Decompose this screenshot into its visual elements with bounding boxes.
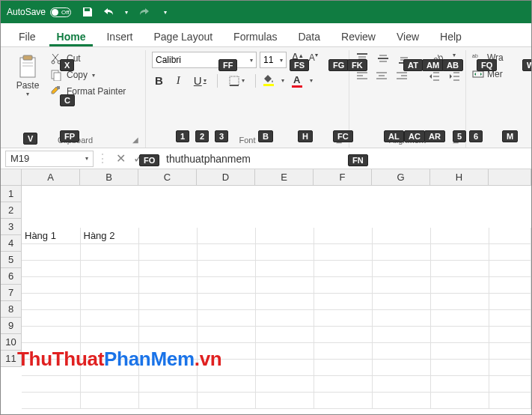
cell[interactable]	[314, 376, 372, 393]
cell[interactable]	[372, 376, 430, 393]
row-header[interactable]: 8	[1, 301, 22, 318]
cell[interactable]	[314, 228, 372, 244]
borders-button[interactable]: ▾	[225, 73, 248, 88]
cell[interactable]	[255, 294, 314, 310]
font-name-select[interactable]: Calibri▾	[152, 52, 257, 68]
cell[interactable]: Hàng 2	[80, 228, 138, 244]
cell[interactable]	[197, 244, 255, 261]
cell[interactable]	[255, 228, 314, 244]
cell[interactable]	[197, 310, 255, 327]
tab-insert[interactable]: Insert	[99, 26, 140, 46]
cell[interactable]	[255, 393, 314, 409]
cell[interactable]	[22, 277, 80, 294]
row-header[interactable]: 10	[1, 334, 22, 351]
cell[interactable]	[255, 310, 314, 327]
tab-formulas[interactable]: Formulas	[226, 26, 284, 46]
cell[interactable]	[255, 376, 314, 393]
cell[interactable]	[22, 327, 80, 343]
merge-center-button[interactable]: Mer	[472, 68, 505, 80]
cell[interactable]	[22, 376, 80, 393]
cell[interactable]	[138, 277, 197, 294]
cell[interactable]	[138, 310, 197, 327]
fx-icon[interactable]: fx	[150, 152, 157, 166]
font-launcher-icon[interactable]: ◢	[334, 136, 344, 146]
alignment-launcher-icon[interactable]: ◢	[450, 136, 461, 146]
italic-button[interactable]: I	[174, 73, 183, 88]
font-color-dropdown[interactable]: ▾	[310, 77, 313, 84]
cell[interactable]	[80, 244, 138, 261]
column-header[interactable]: H	[430, 169, 489, 186]
save-icon[interactable]	[82, 6, 94, 18]
cell[interactable]	[489, 393, 531, 409]
wrap-text-button[interactable]: ab Wra	[472, 52, 505, 64]
cell[interactable]	[255, 327, 314, 343]
cell[interactable]	[489, 327, 531, 343]
tab-home[interactable]: Home	[49, 26, 94, 46]
cell[interactable]	[314, 310, 372, 327]
tab-help[interactable]: Help	[432, 26, 469, 46]
decrease-font-button[interactable]: A▾	[308, 52, 319, 68]
cell[interactable]	[197, 261, 255, 277]
font-size-select[interactable]: 11▾	[260, 52, 287, 68]
cell[interactable]	[430, 228, 489, 244]
cell[interactable]	[138, 244, 197, 261]
cell[interactable]	[314, 294, 372, 310]
cell[interactable]	[80, 327, 138, 343]
cell[interactable]	[372, 393, 430, 409]
cell[interactable]	[430, 393, 489, 409]
cell[interactable]	[314, 261, 372, 277]
cell[interactable]	[138, 393, 197, 409]
cell[interactable]	[80, 343, 138, 360]
undo-icon[interactable]	[103, 6, 116, 18]
cell[interactable]	[372, 310, 430, 327]
cell[interactable]	[138, 343, 197, 360]
select-all-corner[interactable]	[1, 169, 22, 186]
cell[interactable]	[372, 343, 430, 360]
cell[interactable]	[22, 244, 80, 261]
cell[interactable]	[430, 360, 489, 376]
cell[interactable]	[255, 277, 314, 294]
bold-button[interactable]: B	[152, 73, 166, 88]
cell-grid[interactable]: Hàng 1Hàng 2	[22, 228, 531, 410]
cell[interactable]	[22, 261, 80, 277]
cell[interactable]	[372, 228, 430, 244]
cell[interactable]	[138, 261, 197, 277]
cell[interactable]	[22, 294, 80, 310]
cancel-formula-button[interactable]: ✕	[116, 151, 126, 166]
cell[interactable]	[22, 393, 80, 409]
redo-icon[interactable]	[137, 6, 150, 18]
cell[interactable]	[255, 244, 314, 261]
cell[interactable]	[197, 327, 255, 343]
cell[interactable]	[197, 393, 255, 409]
row-header[interactable]: 6	[1, 268, 22, 285]
cell[interactable]	[372, 294, 430, 310]
tab-view[interactable]: View	[389, 26, 426, 46]
align-left-button[interactable]	[355, 70, 367, 83]
copy-dropdown-icon[interactable]: ▾	[92, 72, 95, 79]
underline-button[interactable]: U ▾	[191, 73, 210, 88]
cell[interactable]	[314, 277, 372, 294]
column-header[interactable]: B	[80, 169, 138, 186]
cell[interactable]	[138, 228, 197, 244]
cell[interactable]	[138, 294, 197, 310]
row-header[interactable]: 11	[1, 351, 22, 367]
cell[interactable]	[138, 376, 197, 393]
cell[interactable]	[489, 294, 531, 310]
orientation-button[interactable]: ab	[432, 52, 445, 65]
align-center-button[interactable]	[375, 70, 387, 83]
paste-dropdown-icon[interactable]: ▾	[26, 91, 29, 97]
cell[interactable]	[372, 261, 430, 277]
orientation-dropdown[interactable]: ▾	[453, 52, 456, 65]
row-header[interactable]: 4	[1, 235, 22, 252]
cell[interactable]	[489, 228, 531, 244]
undo-dropdown-icon[interactable]: ▾	[125, 9, 128, 16]
cell[interactable]	[22, 343, 80, 360]
formula-input[interactable]: thuthuatphanmem	[157, 153, 531, 165]
column-header[interactable]: A	[22, 169, 80, 186]
cell[interactable]	[314, 327, 372, 343]
cell[interactable]	[489, 343, 531, 360]
row-header[interactable]: 5	[1, 252, 22, 268]
tab-page-layout[interactable]: Page Layout	[146, 26, 220, 46]
cell[interactable]: Hàng 1	[22, 228, 80, 244]
column-header[interactable]	[489, 169, 531, 186]
